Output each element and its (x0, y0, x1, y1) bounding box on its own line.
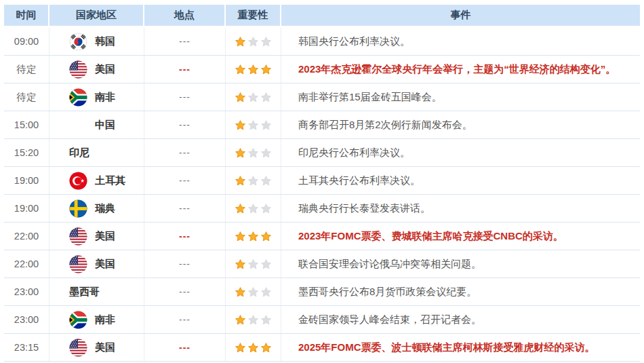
calendar-row[interactable]: 23:00 墨西哥 --- 墨西哥央行公布8月货币政策会议纪要。 (4, 278, 640, 306)
country-name: 土耳其 (95, 174, 125, 187)
location-cell: --- (144, 56, 226, 83)
star-empty-icon (260, 147, 272, 159)
event-cell: 商务部召开8月第2次例行新闻发布会。 (281, 111, 640, 138)
importance-stars (235, 119, 272, 131)
event-cell: 土耳其央行公布利率决议。 (281, 167, 640, 194)
time-text: 22:00 (14, 259, 39, 269)
time-text: 22:00 (14, 231, 39, 242)
time-cell: 19:00 (4, 167, 49, 194)
country-cell: 南非 (49, 83, 144, 111)
time-cell: 待定 (4, 83, 49, 111)
importance-cell (226, 56, 281, 83)
calendar-row[interactable]: 09:00 韩国 --- 韩国央行公布利率决议。 (4, 28, 640, 56)
star-filled-icon (235, 342, 246, 354)
calendar-row[interactable]: 15:00 中国 --- 商务部召开8月第2次例行新闻发布会。 (4, 111, 640, 139)
importance-stars (235, 64, 272, 75)
calendar-row[interactable]: 19:00 瑞典 --- 瑞典央行行长泰登发表讲话。 (4, 195, 640, 223)
importance-cell (226, 250, 281, 278)
country-name: 韩国 (95, 35, 115, 48)
header-cell-event: 事件 (281, 5, 640, 26)
country-name: 美国 (95, 63, 115, 76)
location-cell: --- (144, 223, 226, 250)
importance-stars (235, 203, 272, 214)
location-cell: --- (144, 28, 226, 55)
event-cell: 联合国安理会讨论俄乌冲突等相关问题。 (281, 250, 640, 278)
country-cell: 美国 (49, 250, 144, 278)
country-cell: 墨西哥 (49, 278, 144, 305)
location-text: --- (179, 286, 190, 297)
event-text: 南非举行第15届金砖五国峰会。 (298, 91, 442, 104)
country-cell: 印尼 (49, 139, 144, 166)
importance-stars (235, 147, 272, 159)
star-empty-icon (247, 314, 259, 326)
importance-cell (226, 278, 281, 305)
calendar-row[interactable]: 待定 南非 --- 南非举行第15届金砖五国峰会。 (4, 83, 640, 111)
calendar-row[interactable]: 待定 美国 --- 2023年杰克逊霍尔全球央行年会举行，主题为“世界经济的结构… (4, 56, 640, 83)
country-name: 南非 (95, 91, 115, 104)
country-name: 中国 (95, 119, 115, 132)
importance-stars (235, 175, 272, 187)
importance-cell (226, 195, 281, 222)
star-empty-icon (260, 203, 272, 214)
country-name: 印尼 (69, 147, 89, 159)
event-text: 印尼央行公布利率决议。 (298, 147, 410, 159)
sweden-flag-icon (69, 199, 87, 218)
event-text: 2023年FOMC票委、费城联储主席哈克接受CNBC的采访。 (298, 230, 563, 243)
event-cell: 2023年杰克逊霍尔全球央行年会举行，主题为“世界经济的结构变化”。 (281, 56, 640, 83)
calendar-row[interactable]: 23:00 南非 --- 金砖国家领导人峰会结束，召开记者会。 (4, 306, 640, 334)
calendar-row[interactable]: 23:15 美国 --- 2025年FOMC票委、波士顿联储主席柯林斯接受雅虎财… (4, 334, 640, 362)
country-name: 美国 (95, 341, 115, 354)
star-empty-icon (260, 286, 272, 298)
event-cell: 瑞典央行行长泰登发表讲话。 (281, 195, 640, 222)
time-cell: 待定 (4, 56, 49, 83)
calendar-row[interactable]: 19:00 土耳其 --- 土耳其央行公布利率决议。 (4, 167, 640, 195)
importance-cell (226, 223, 281, 250)
calendar-row[interactable]: 22:00 美国 --- 2023年FOMC票委、费城联储主席哈克接受CNBC的… (4, 223, 640, 250)
star-filled-icon (235, 64, 246, 75)
time-cell: 09:00 (4, 28, 49, 55)
economic-calendar-table: 时间 国家地区 地点 重要性 事件 09:00 韩国 --- 韩国央行公布利率决… (4, 5, 640, 362)
korea-flag-icon (69, 33, 87, 51)
importance-stars (235, 231, 272, 242)
star-empty-icon (247, 92, 259, 103)
time-cell: 23:00 (4, 306, 49, 333)
header-cell-country: 国家地区 (49, 5, 144, 26)
event-cell: 韩国央行公布利率决议。 (281, 28, 640, 55)
header-cell-location: 地点 (144, 5, 226, 26)
country-cell: 瑞典 (49, 195, 144, 222)
country-cell: 美国 (49, 56, 144, 83)
time-text: 23:00 (14, 286, 39, 297)
location-text: --- (179, 175, 190, 186)
star-empty-icon (260, 36, 272, 47)
importance-stars (235, 314, 272, 326)
event-cell: 南非举行第15届金砖五国峰会。 (281, 83, 640, 111)
location-text: --- (179, 119, 190, 130)
time-text: 23:15 (14, 342, 39, 353)
event-text: 瑞典央行行长泰登发表讲话。 (298, 202, 430, 215)
importance-stars (235, 259, 272, 270)
country-name: 南非 (95, 313, 115, 326)
header-cell-time: 时间 (4, 5, 49, 26)
star-empty-icon (260, 92, 272, 103)
star-empty-icon (247, 259, 259, 270)
time-cell: 15:20 (4, 139, 49, 166)
calendar-header-row: 时间 国家地区 地点 重要性 事件 (4, 5, 640, 26)
importance-stars (235, 286, 272, 298)
location-text: --- (179, 314, 190, 325)
time-text: 19:00 (14, 203, 39, 214)
star-filled-icon (260, 231, 272, 242)
importance-stars (235, 342, 272, 354)
calendar-row[interactable]: 22:00 美国 --- 联合国安理会讨论俄乌冲突等相关问题。 (4, 250, 640, 278)
importance-cell (226, 306, 281, 333)
star-filled-icon (235, 231, 246, 242)
star-filled-icon (235, 314, 246, 326)
star-filled-icon (235, 259, 246, 270)
location-cell: --- (144, 83, 226, 111)
star-empty-icon (247, 119, 259, 131)
country-cell: 美国 (49, 334, 144, 361)
star-filled-icon (235, 147, 246, 159)
location-text: --- (179, 259, 190, 269)
importance-cell (226, 334, 281, 361)
country-name: 美国 (95, 230, 115, 243)
calendar-row[interactable]: 15:20 印尼 --- 印尼央行公布利率决议。 (4, 139, 640, 167)
